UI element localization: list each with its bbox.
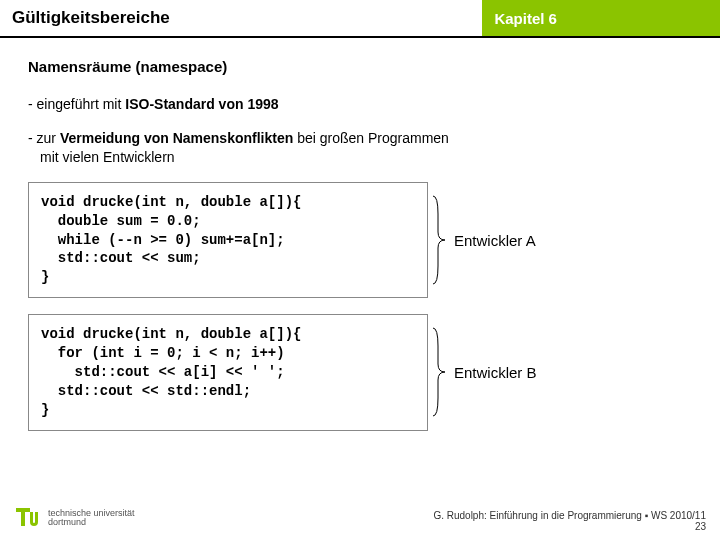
bullet-2-bold: Vermeidung von Namenskonflikten xyxy=(60,130,293,146)
code-row-b: void drucke(int n, double a[]){ for (int… xyxy=(28,314,692,430)
code-box-a: void drucke(int n, double a[]){ double s… xyxy=(28,182,428,298)
brace-icon xyxy=(432,194,446,286)
bullet-1-prefix: - eingeführt mit xyxy=(28,96,125,112)
footer-credit-line: G. Rudolph: Einführung in die Programmie… xyxy=(433,510,706,521)
bullet-2-rest: bei großen Programmen xyxy=(293,130,449,146)
brace-a-wrap: Entwickler A xyxy=(428,194,536,286)
developer-b-label: Entwickler B xyxy=(454,364,537,381)
header-title-left: Gültigkeitsbereiche xyxy=(0,0,482,36)
code-box-b: void drucke(int n, double a[]){ for (int… xyxy=(28,314,428,430)
bullet-2-prefix: - zur xyxy=(28,130,60,146)
footer-page-number: 23 xyxy=(433,521,706,532)
logo-line2: dortmund xyxy=(48,518,135,527)
tu-logo-icon xyxy=(14,504,42,532)
header-title-right: Kapitel 6 xyxy=(482,0,720,36)
footer-credit: G. Rudolph: Einführung in die Programmie… xyxy=(433,510,706,532)
university-logo: technische universität dortmund xyxy=(14,504,135,532)
slide-content: Namensräume (namespace) - eingeführt mit… xyxy=(0,38,720,455)
svg-rect-2 xyxy=(21,508,25,526)
developer-a-label: Entwickler A xyxy=(454,232,536,249)
bullet-2-line2: mit vielen Entwicklern xyxy=(28,148,692,168)
bullet-1-bold: ISO-Standard von 1998 xyxy=(125,96,278,112)
bullet-1: - eingeführt mit ISO-Standard von 1998 xyxy=(28,95,692,115)
code-row-a: void drucke(int n, double a[]){ double s… xyxy=(28,182,692,298)
slide-header: Gültigkeitsbereiche Kapitel 6 xyxy=(0,0,720,38)
brace-icon xyxy=(432,326,446,418)
bullet-2: - zur Vermeidung von Namenskonflikten be… xyxy=(28,129,692,168)
logo-text: technische universität dortmund xyxy=(48,509,135,528)
brace-b-wrap: Entwickler B xyxy=(428,326,537,418)
slide-footer: technische universität dortmund G. Rudol… xyxy=(0,504,720,532)
section-title: Namensräume (namespace) xyxy=(28,58,692,75)
